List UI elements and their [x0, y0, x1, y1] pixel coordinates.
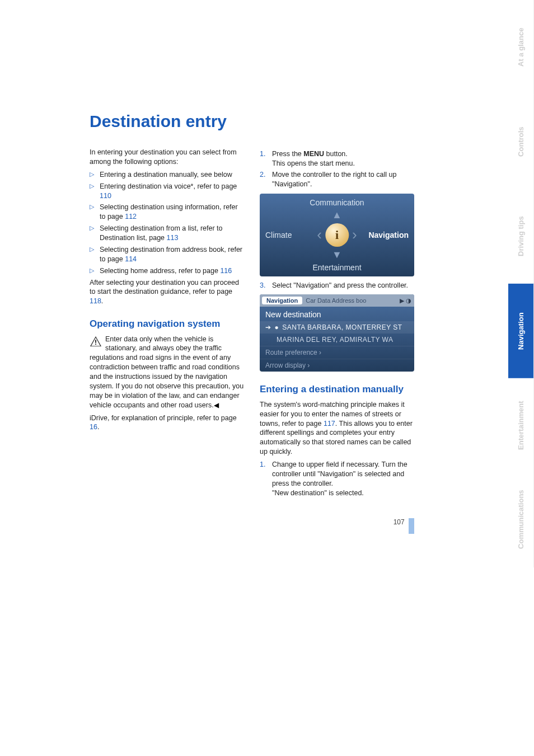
- sidetab-at-a-glance[interactable]: At a glance: [508, 0, 534, 95]
- sidetab-controls[interactable]: Controls: [508, 95, 534, 189]
- manual-step-1b: "New destination" is selected.: [272, 489, 364, 497]
- sidetab-entertainment[interactable]: Entertainment: [508, 378, 534, 473]
- dot-icon: ●: [275, 323, 279, 331]
- step1-line2: This opens the start menu.: [272, 159, 355, 167]
- menu-button-label: MENU: [303, 150, 324, 158]
- page-link[interactable]: 16: [90, 423, 97, 431]
- option-list: ▷ Selecting destination from a list, ref…: [90, 224, 244, 243]
- option-voice: ▷ Entering destination via voice*, refer…: [90, 182, 244, 201]
- option-text: Entering a destination manually, see bel…: [100, 171, 232, 179]
- menu-climate: Climate: [265, 231, 292, 240]
- page-link[interactable]: 116: [220, 267, 232, 275]
- caution-text: Enter data only when the vehicle is stat…: [90, 335, 243, 409]
- option-addressbook: ▷ Selecting destination from address boo…: [90, 245, 244, 264]
- section-side-tabs: At a glance Controls Driving tips Naviga…: [508, 0, 534, 567]
- idrive-ref: iDrive, for explanation of principle, re…: [90, 414, 244, 433]
- page-number: 107: [394, 518, 405, 526]
- option-home: ▷ Selecting home address, refer to page …: [90, 266, 244, 276]
- idrive-pre: iDrive, for explanation of principle, re…: [90, 414, 237, 422]
- page-link[interactable]: 118: [90, 297, 101, 305]
- after-select-pre: After selecting your destination you can…: [90, 279, 239, 296]
- triangle-icon: ▷: [90, 266, 94, 275]
- step-1: Press the MENU button. This opens the st…: [260, 149, 414, 168]
- page-link[interactable]: 114: [125, 255, 137, 263]
- manual-step-1: Change to upper field if necessary. Turn…: [260, 460, 414, 498]
- row-new-destination: New destination: [260, 307, 414, 321]
- options-list: ▷ Entering a destination manually, see b…: [90, 170, 244, 276]
- menu-entertainment: Entertainment: [312, 263, 361, 272]
- left-column: In entering your destination you can sel…: [90, 148, 244, 501]
- section-operating: Operating navigation system: [90, 318, 244, 330]
- info-icon: i: [325, 223, 349, 247]
- page-title: Destination entry: [90, 112, 414, 131]
- row-arrow-display: Arrow display ›: [260, 359, 414, 372]
- tab-rest: Car Data Address boo: [306, 297, 399, 304]
- chevron-up-icon: ▲: [332, 209, 342, 221]
- menu-navigation: Navigation: [368, 231, 409, 240]
- step1-pre: Press the: [272, 150, 303, 158]
- step-3: Select "Navigation" and press the contro…: [260, 281, 414, 290]
- page-footer: 107: [90, 518, 414, 534]
- svg-rect-2: [95, 340, 96, 342]
- compass-icon: ◑: [405, 297, 412, 304]
- after-select-post: .: [101, 297, 103, 305]
- row-selected-destination: ➔● SANTA BARBARA, MONTERREY ST: [260, 321, 414, 334]
- manual-steps: Change to upper field if necessary. Turn…: [260, 460, 414, 498]
- option-text: Selecting home address, refer to page: [100, 267, 220, 275]
- row-secondary-destination: MARINA DEL REY, ADMIRALTY WA: [260, 334, 414, 346]
- sidetab-communications[interactable]: Communications: [508, 472, 534, 567]
- chevron-left-icon: ‹: [317, 226, 322, 243]
- option-information: ▷ Selecting destination using informatio…: [90, 203, 244, 222]
- section-manual: Entering a destination manually: [260, 384, 414, 395]
- intro-text: In entering your destination you can sel…: [90, 148, 244, 167]
- menu-communication: Communication: [310, 198, 364, 207]
- triangle-icon: ▷: [90, 245, 94, 253]
- screen-tabbar: Navigation Car Data Address boo ▶ ◑: [260, 294, 414, 307]
- page-marker-bar: [409, 518, 414, 534]
- idrive-start-menu-screenshot: Communication ▲ Climate ‹ i › Navigation…: [260, 194, 414, 276]
- steps-list-2: Select "Navigation" and press the contro…: [260, 281, 414, 290]
- option-text: Entering destination via voice*, refer t…: [100, 182, 237, 190]
- triangle-icon: ▷: [90, 182, 94, 190]
- option-manual: ▷ Entering a destination manually, see b…: [90, 170, 244, 180]
- caution-block: Enter data only when the vehicle is stat…: [90, 335, 244, 410]
- triangle-icon: ▷: [90, 224, 94, 232]
- arrow-right-icon: ➔: [265, 323, 271, 331]
- steps-list-1: Press the MENU button. This opens the st…: [260, 149, 414, 189]
- option-text: Selecting destination using information,…: [100, 203, 238, 220]
- step1-post: button.: [324, 150, 348, 158]
- sidetab-driving-tips[interactable]: Driving tips: [508, 189, 534, 284]
- manual-step-1a: Change to upper field if necessary. Turn…: [272, 461, 407, 487]
- page-link[interactable]: 110: [100, 192, 111, 200]
- scroll-right-icon: ▶: [399, 297, 405, 304]
- chevron-down-icon: ▼: [332, 249, 342, 261]
- idrive-post: .: [97, 423, 99, 431]
- option-text: Selecting destination from address book,…: [100, 246, 242, 263]
- page-link[interactable]: 112: [125, 213, 137, 220]
- right-column: Press the MENU button. This opens the st…: [260, 148, 414, 501]
- navigation-menu-screenshot: Navigation Car Data Address boo ▶ ◑ New …: [260, 294, 414, 372]
- page-link[interactable]: 117: [324, 420, 335, 428]
- triangle-icon: ▷: [90, 203, 94, 211]
- page-link[interactable]: 113: [167, 234, 179, 242]
- step-2: Move the controller to the right to call…: [260, 170, 414, 189]
- chevron-right-icon: ›: [352, 226, 357, 243]
- manual-paragraph: The system's word-matching principle mak…: [260, 400, 414, 457]
- row-selected-text: SANTA BARBARA, MONTERREY ST: [282, 323, 402, 331]
- warning-icon: [90, 336, 102, 347]
- after-select: After selecting your destination you can…: [90, 278, 244, 307]
- end-marker-icon: ◀: [214, 401, 219, 409]
- option-text: Selecting destination from a list, refer…: [100, 224, 223, 242]
- row-route-preference: Route preference ›: [260, 346, 414, 359]
- sidetab-navigation[interactable]: Navigation: [508, 284, 534, 378]
- triangle-icon: ▷: [90, 170, 94, 179]
- tab-navigation: Navigation: [262, 297, 302, 304]
- svg-rect-3: [95, 344, 96, 345]
